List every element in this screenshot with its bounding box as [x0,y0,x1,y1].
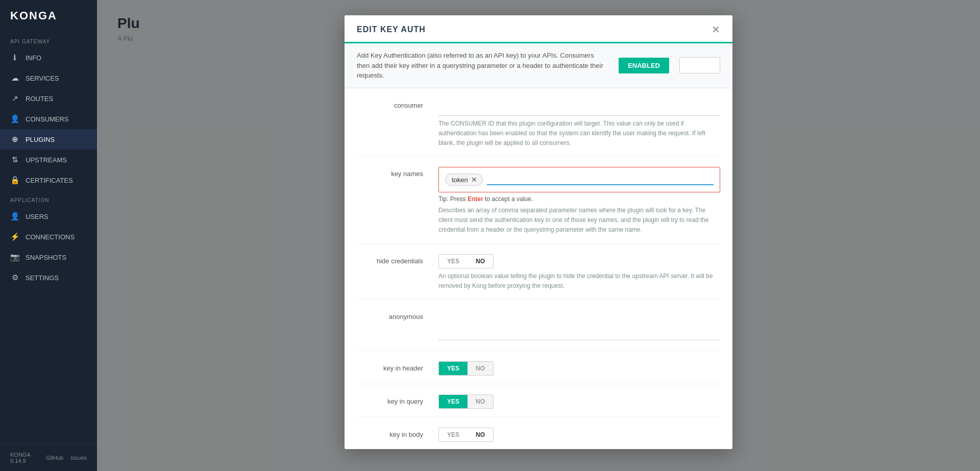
sidebar: KONGA API GATEWAY ℹ INFO ☁ SERVICES ↗ RO… [0,0,97,471]
version-label: KONGA 0.14.9 [10,452,39,464]
hide-credentials-label: hide credentials [357,254,423,265]
key-in-query-toggle: YES NO [438,394,494,409]
key-in-body-control: YES NO [438,428,720,442]
app-logo: KONGA [0,0,97,32]
snapshots-icon: 📷 [10,253,19,262]
connections-icon: ⚡ [10,232,19,241]
key-in-header-label: key in header [357,361,423,372]
key-in-header-toggle: YES NO [438,361,494,376]
anonymous-field-row: anonymous [357,300,720,351]
key-names-box[interactable]: token ✕ [438,167,720,192]
hide-credentials-control: YES NO An optional boolean value telling… [438,254,720,291]
sidebar-item-label-snapshots: SNAPSHOTS [26,254,66,261]
info-icon: ℹ [10,53,19,62]
anonymous-control [438,310,720,342]
settings-icon: ⚙ [10,273,19,282]
key-in-header-yes-button[interactable]: YES [439,362,468,375]
tip-suffix: to accept a value. [483,195,533,203]
sidebar-item-upstreams[interactable]: ⇅ UPSTREAMS [0,150,97,170]
anonymous-label: anonymous [357,310,423,320]
key-in-body-field-row: key in body YES NO [357,417,720,449]
sidebar-item-info[interactable]: ℹ INFO [0,47,97,68]
certificates-icon: 🔒 [10,176,19,185]
tag-close-icon[interactable]: ✕ [471,176,477,184]
consumers-icon: 👤 [10,114,19,123]
key-in-query-field-row: key in query YES NO [357,384,720,417]
sidebar-item-label-settings: SETTINGS [26,274,59,282]
hide-credentials-description: An optional boolean value telling the pl… [438,271,720,291]
modal-close-button[interactable]: ✕ [712,24,720,35]
sidebar-item-label-consumers: CONSUMERS [26,115,69,123]
sidebar-item-label-plugins: PLUGINS [26,136,55,143]
sidebar-item-label-routes: ROUTES [26,95,53,103]
key-names-field-row: key names token ✕ Tip: Press Enter to ac… [357,157,720,244]
tip-prefix: Tip: Press [438,195,468,203]
sidebar-item-label-users: USERS [26,213,48,220]
issues-link[interactable]: Issues [70,455,87,461]
sidebar-item-label-services: SERVICES [26,75,59,82]
key-in-body-no-button[interactable]: NO [468,428,493,441]
consumer-field-row: consumer The CONSUMER ID that this plugi… [357,88,720,157]
key-in-body-label: key in body [357,428,423,438]
hide-credentials-field-row: hide credentials YES NO An optional bool… [357,244,720,300]
key-in-body-yes-button[interactable]: YES [439,428,468,441]
tag-label: token [452,176,468,184]
sidebar-item-certificates[interactable]: 🔒 CERTIFICATES [0,170,97,190]
consumer-description: The CONSUMER ID that this plugin configu… [438,119,720,148]
key-names-description: Describes an array of comma separated pa… [438,206,720,235]
modal-description-bar: Add Key Authentication (also referred to… [345,43,732,88]
github-link[interactable]: GitHub [46,455,63,461]
consumer-control: The CONSUMER ID that this plugin configu… [438,98,720,148]
users-icon: 👤 [10,212,19,221]
api-gateway-section-label: API GATEWAY [0,32,97,47]
tip-enter: Enter [468,195,483,203]
hide-credentials-toggle: YES NO [438,254,494,268]
consumer-label: consumer [357,98,423,109]
key-names-control: token ✕ Tip: Press Enter to accept a val… [438,167,720,235]
modal-body: consumer The CONSUMER ID that this plugi… [345,88,732,450]
main-content: 🔔 👤 Hello, admin ▾ Plu A Plu EDIT KEY AU… [97,0,980,471]
anonymous-textarea[interactable] [438,310,720,340]
key-in-header-field-row: key in header YES NO [357,351,720,384]
sidebar-item-label-connections: CONNECTIONS [26,233,75,241]
key-in-query-label: key in query [357,394,423,405]
key-in-query-control: YES NO [438,394,720,409]
key-in-header-control: YES NO [438,361,720,376]
sidebar-item-label-info: INFO [26,54,41,62]
sidebar-item-snapshots[interactable]: 📷 SNAPSHOTS [0,247,97,267]
sidebar-item-plugins[interactable]: ⊕ PLUGINS [0,129,97,150]
hide-credentials-yes-button[interactable]: YES [439,255,468,268]
modal-description-text: Add Key Authentication (also referred to… [357,51,608,81]
key-in-header-no-button[interactable]: NO [468,362,493,375]
enabled-after-input [679,57,720,73]
modal-header: EDIT KEY AUTH ✕ [345,15,732,43]
edit-key-auth-modal: EDIT KEY AUTH ✕ Add Key Authentication (… [345,15,732,449]
sidebar-item-label-upstreams: UPSTREAMS [26,156,67,164]
sidebar-item-routes[interactable]: ↗ ROUTES [0,88,97,109]
consumer-input[interactable] [438,98,720,116]
hide-credentials-no-button[interactable]: NO [468,255,493,268]
routes-icon: ↗ [10,94,19,103]
sidebar-footer: KONGA 0.14.9 GitHub Issues [0,444,97,471]
key-in-body-toggle: YES NO [438,428,494,442]
modal-overlay: EDIT KEY AUTH ✕ Add Key Authentication (… [97,0,980,471]
key-in-query-no-button[interactable]: NO [468,395,493,408]
sidebar-item-users[interactable]: 👤 USERS [0,206,97,227]
enabled-button[interactable]: ENABLED [619,58,669,73]
sidebar-item-settings[interactable]: ⚙ SETTINGS [0,267,97,288]
application-section-label: APPLICATION [0,190,97,206]
sidebar-item-consumers[interactable]: 👤 CONSUMERS [0,109,97,129]
plugins-icon: ⊕ [10,135,19,144]
services-icon: ☁ [10,73,19,83]
sidebar-item-connections[interactable]: ⚡ CONNECTIONS [0,227,97,247]
upstreams-icon: ⇅ [10,155,19,164]
modal-title: EDIT KEY AUTH [357,25,426,34]
key-names-tip: Tip: Press Enter to accept a value. [438,195,720,203]
key-names-input[interactable] [487,175,714,185]
key-names-label: key names [357,167,423,178]
key-in-query-yes-button[interactable]: YES [439,395,468,408]
sidebar-item-services[interactable]: ☁ SERVICES [0,68,97,88]
sidebar-item-label-certificates: CERTIFICATES [26,177,73,184]
key-names-tag-token: token ✕ [445,173,483,186]
